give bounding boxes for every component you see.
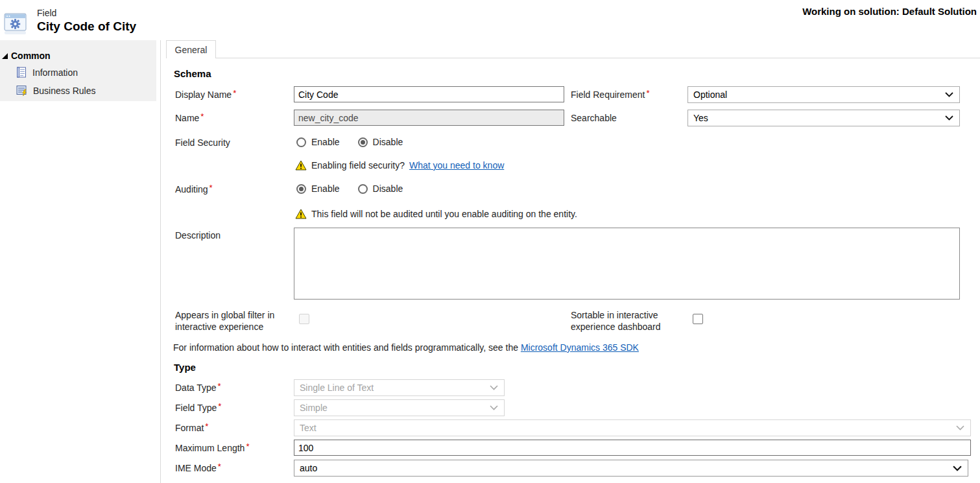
format-select: Text	[294, 419, 971, 436]
description-textarea[interactable]	[294, 228, 960, 300]
tab-general[interactable]: General	[166, 40, 216, 58]
tab-strip-divider	[216, 58, 980, 58]
sidebar: Common Information	[0, 40, 156, 101]
field-type-label: Field Type*	[175, 403, 221, 413]
global-filter-checkbox	[299, 314, 309, 324]
auditing-warning: This field will not be audited until you…	[295, 209, 577, 219]
field-type-select: Simple	[294, 399, 505, 416]
sidebar-group-common[interactable]: Common	[2, 51, 51, 61]
searchable-label: Searchable	[571, 113, 617, 123]
chevron-down-icon	[956, 425, 964, 430]
required-asterisk: *	[205, 421, 208, 431]
required-asterisk: *	[218, 381, 221, 391]
format-value: Text	[300, 423, 317, 433]
field-security-enable-label: Enable	[311, 137, 340, 147]
field-security-disable-radio[interactable]	[358, 137, 368, 147]
field-requirement-value: Optional	[693, 89, 727, 100]
maximum-length-input[interactable]	[294, 440, 971, 456]
sidebar-item-label: Business Rules	[33, 86, 96, 96]
searchable-select[interactable]: Yes	[687, 110, 960, 126]
auditing-disable-label: Disable	[373, 183, 403, 194]
type-heading: Type	[174, 362, 196, 373]
field-security-label: Field Security	[175, 137, 230, 148]
sdk-info-text: For information about how to interact wi…	[173, 342, 518, 353]
field-security-warning-link[interactable]: What you need to know	[409, 160, 504, 171]
required-asterisk: *	[646, 88, 649, 98]
business-rules-icon	[16, 85, 28, 96]
field-security-enable-radio[interactable]	[296, 137, 306, 147]
display-name-label: Display Name*	[175, 89, 236, 100]
tab-general-label: General	[175, 45, 208, 55]
field-security-disable-label: Disable	[373, 137, 403, 147]
sidebar-item-business-rules[interactable]: Business Rules	[16, 85, 96, 96]
field-requirement-label: Field Requirement*	[571, 89, 649, 100]
field-type-value: Simple	[300, 403, 328, 413]
required-asterisk: *	[233, 88, 236, 98]
description-label: Description	[175, 230, 221, 241]
sortable-checkbox[interactable]	[693, 314, 703, 324]
auditing-radio-group: Enable Disable	[296, 183, 403, 194]
field-security-warning-text: Enabling field security?	[311, 160, 405, 171]
global-filter-label: Appears in global filter in interactive …	[175, 309, 287, 333]
auditing-enable-label: Enable	[311, 183, 340, 194]
auditing-warning-text: This field will not be audited until you…	[311, 209, 577, 219]
ime-mode-label: IME Mode*	[175, 463, 221, 473]
schema-heading: Schema	[174, 68, 211, 79]
required-asterisk: *	[200, 112, 204, 121]
data-type-label: Data Type*	[175, 383, 221, 393]
format-label: Format*	[175, 423, 208, 433]
entity-kicker: Field	[37, 8, 56, 18]
sidebar-content-divider	[160, 40, 161, 483]
data-type-select: Single Line of Text	[294, 379, 505, 396]
sdk-info-line: For information about how to interact wi…	[173, 342, 639, 353]
field-security-warning: Enabling field security? What you need t…	[295, 160, 504, 171]
sdk-link[interactable]: Microsoft Dynamics 365 SDK	[521, 342, 639, 353]
display-name-input[interactable]	[294, 86, 564, 102]
maximum-length-label: Maximum Length*	[175, 443, 249, 453]
working-solution-label: Working on solution: Default Solution	[802, 6, 977, 17]
sidebar-item-label: Information	[32, 67, 78, 78]
ime-mode-select[interactable]: auto	[294, 460, 968, 477]
sidebar-group-label: Common	[11, 51, 51, 61]
collapse-triangle-icon	[2, 53, 8, 59]
required-asterisk: *	[246, 442, 249, 451]
required-asterisk: *	[218, 462, 221, 471]
required-asterisk: *	[218, 401, 221, 411]
field-requirement-select[interactable]: Optional	[687, 86, 960, 103]
sidebar-item-information[interactable]: Information	[16, 67, 78, 78]
chevron-down-icon	[490, 405, 498, 410]
required-asterisk: *	[209, 183, 213, 193]
data-type-value: Single Line of Text	[300, 383, 374, 393]
name-input	[294, 110, 564, 126]
chevron-down-icon	[953, 465, 962, 471]
ime-mode-value: auto	[300, 463, 317, 473]
field-security-radio-group: Enable Disable	[296, 137, 403, 147]
chevron-down-icon	[945, 115, 953, 121]
chevron-down-icon	[945, 92, 953, 97]
chevron-down-icon	[490, 385, 498, 390]
page-title: City Code of City	[37, 19, 136, 34]
name-label: Name*	[175, 113, 204, 123]
searchable-value: Yes	[693, 113, 708, 123]
warning-triangle-icon	[295, 209, 307, 219]
field-editor-window: Field City Code of City Working on solut…	[0, 0, 980, 483]
auditing-disable-radio[interactable]	[358, 184, 368, 194]
field-app-icon	[4, 12, 29, 36]
auditing-enable-radio[interactable]	[296, 184, 306, 194]
warning-triangle-icon	[295, 160, 307, 171]
information-document-icon	[16, 67, 27, 78]
sortable-label: Sortable in interactive experience dashb…	[571, 309, 671, 333]
auditing-label: Auditing*	[175, 184, 213, 194]
